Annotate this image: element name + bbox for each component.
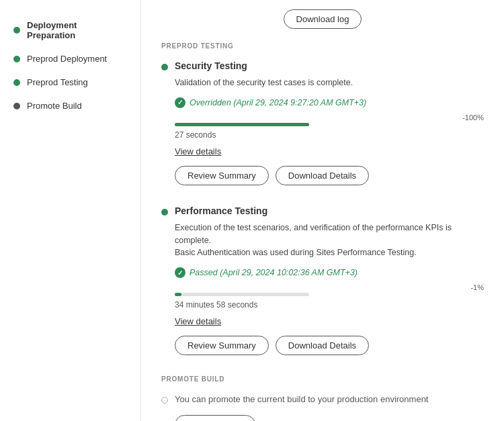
test-desc-security-testing: Validation of the security test cases is… (175, 77, 484, 89)
sidebar-label-promote-build: Promote Build (27, 101, 82, 111)
progress-track-security-testing (175, 123, 309, 126)
sidebar-label-preprod-testing: Preprod Testing (27, 77, 88, 87)
tests-container: Security TestingValidation of the securi… (161, 60, 484, 355)
status-line-security-testing: Overridden (April 29, 2024 9:27:20 AM GM… (175, 97, 484, 108)
test-desc-performance-testing: Execution of the test scenarios, and ver… (175, 222, 484, 259)
preprod-testing-header: PREPROD TESTING (161, 42, 484, 50)
view-details-performance-testing[interactable]: View details (175, 316, 221, 326)
promote-build-header: PROMOTE BUILD (161, 375, 484, 383)
sidebar-item-preprod-deployment[interactable]: Preprod Deployment (0, 47, 140, 71)
download-details-btn-security-testing[interactable]: Download Details (276, 166, 369, 185)
progress-container-security-testing: -100% (175, 113, 484, 126)
test-title-performance-testing: Performance Testing (175, 205, 484, 216)
sidebar: Deployment PreparationPreprod Deployment… (0, 0, 141, 421)
download-log-button[interactable]: Download log (284, 9, 362, 29)
test-dot-performance-testing (161, 209, 168, 216)
main-content: Download log PREPROD TESTING Security Te… (141, 0, 504, 421)
check-icon-security-testing (175, 97, 185, 108)
duration-security-testing: 27 seconds (175, 130, 484, 140)
btn-group-security-testing: Review SummaryDownload Details (175, 166, 484, 185)
promote-dot-col (161, 393, 175, 404)
view-details-security-testing[interactable]: View details (175, 146, 221, 156)
sidebar-dot-deployment-preparation (13, 27, 20, 34)
progress-track-performance-testing (175, 293, 309, 296)
promote-item: You can promote the current build to you… (161, 393, 484, 404)
promote-dot (161, 397, 168, 404)
test-dot-col-performance-testing (161, 205, 175, 355)
sidebar-label-deployment-preparation: Deployment Preparation (27, 20, 127, 40)
review-summary-btn-performance-testing[interactable]: Review Summary (175, 336, 269, 355)
test-content-security-testing: Security TestingValidation of the securi… (175, 60, 484, 185)
progress-label-security-testing: -100% (175, 113, 484, 122)
status-text-security-testing: Overridden (April 29, 2024 9:27:20 AM GM… (190, 98, 366, 107)
progress-fill-security-testing (175, 123, 309, 126)
test-item-performance-testing: Performance TestingExecution of the test… (161, 205, 484, 355)
sidebar-label-preprod-deployment: Preprod Deployment (27, 54, 107, 64)
status-line-performance-testing: Passed (April 29, 2024 10:02:36 AM GMT+3… (175, 267, 484, 278)
check-icon-performance-testing (175, 267, 185, 278)
sidebar-dot-preprod-testing (13, 79, 20, 86)
promote-build-button[interactable]: Promote Build (175, 415, 255, 421)
promote-build-section: PROMOTE BUILD You can promote the curren… (161, 375, 484, 421)
duration-performance-testing: 34 minutes 58 seconds (175, 300, 484, 310)
btn-group-performance-testing: Review SummaryDownload Details (175, 336, 484, 355)
status-text-performance-testing: Passed (April 29, 2024 10:02:36 AM GMT+3… (190, 268, 358, 277)
sidebar-item-deployment-preparation[interactable]: Deployment Preparation (0, 13, 140, 47)
test-title-security-testing: Security Testing (175, 60, 484, 71)
review-summary-btn-security-testing[interactable]: Review Summary (175, 166, 269, 185)
progress-label-performance-testing: -1% (175, 283, 484, 291)
download-details-btn-performance-testing[interactable]: Download Details (276, 336, 369, 355)
sidebar-dot-preprod-deployment (13, 56, 20, 62)
top-bar: Download log (161, 9, 484, 29)
test-dot-col-security-testing (161, 60, 175, 185)
sidebar-item-preprod-testing[interactable]: Preprod Testing (0, 71, 140, 94)
test-dot-security-testing (161, 64, 168, 71)
progress-fill-performance-testing (175, 293, 181, 296)
progress-container-performance-testing: -1% (175, 283, 484, 296)
sidebar-dot-promote-build (13, 103, 20, 109)
sidebar-item-promote-build[interactable]: Promote Build (0, 94, 140, 118)
promote-description: You can promote the current build to you… (175, 393, 428, 404)
test-item-security-testing: Security TestingValidation of the securi… (161, 60, 484, 185)
test-content-performance-testing: Performance TestingExecution of the test… (175, 205, 484, 355)
